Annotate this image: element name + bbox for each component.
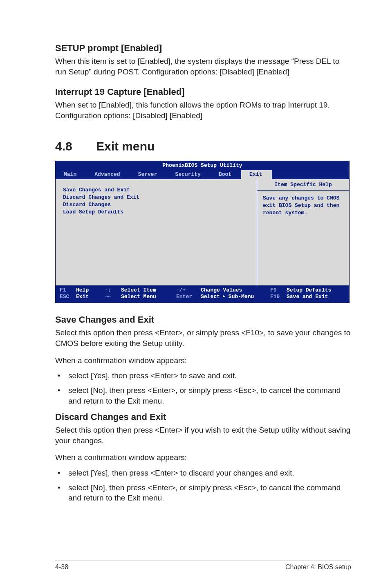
para: Select this option then press <Enter>, o… [55,328,351,348]
bios-menu-item: Discard Changes [63,201,249,209]
footer-rule [55,561,351,561]
heading-setup-prompt: SETUP prompt [Enabled] [55,43,351,54]
bios-key-label: Exit [76,294,105,301]
heading-discard-exit: Discard Changes and Exit [55,412,351,422]
bios-tabs: Main Advanced Server Security Boot Exit [56,170,349,179]
bios-tab: Main [56,170,86,179]
bios-key: F1 [60,287,76,294]
list-item: select [No], then press <Enter>, or simp… [55,385,351,406]
bios-key-label: Select Menu [121,294,176,301]
list-item: select [No], then press <Enter>, or simp… [55,483,351,503]
chapter-label: Chapter 4: BIOS setup [285,563,351,571]
bios-key: Enter [176,294,201,301]
bios-title: PhoenixBIOS Setup Utility [56,161,349,170]
bios-menu-list: Save Changes and Exit Discard Changes an… [56,179,257,285]
list-item: select [Yes], then press <Enter> to disc… [55,468,351,478]
heading-interrupt19: Interrupt 19 Capture [Enabled] [55,87,351,97]
bios-key: F10 [270,294,287,301]
bios-help-title: Item Specific Help [257,179,349,191]
bios-tab-active: Exit [241,170,272,179]
list-item: select [Yes], then press <Enter> to save… [55,370,351,381]
para: When a confirmation window appears: [55,355,351,366]
bios-key: F9 [270,287,287,294]
para-setup-prompt: When this item is set to [Enabled], the … [55,56,351,77]
bios-menu-item: Load Setup Defaults [63,209,249,216]
page-number: 4-38 [55,563,68,571]
bios-key-label: Save and Exit [287,294,328,301]
bios-tab: Boot [211,170,241,179]
bios-key-label: Select Item [121,287,176,294]
bios-tab: Advanced [86,170,130,179]
para-interrupt19: When set to [Enabled], this function all… [55,100,351,121]
bios-key: -/+ [176,287,201,294]
bios-help-body: Save any changes to CMOS exit BIOS Setup… [257,191,349,221]
bios-key: ↑↓ [105,287,121,294]
para: Select this option then press <Enter> if… [55,425,351,446]
bios-tab: Server [130,170,167,179]
bios-key: ESC [60,294,76,301]
bullet-list: select [Yes], then press <Enter> to disc… [55,468,351,503]
bios-key-label: Setup Defaults [287,287,331,294]
bullet-list: select [Yes], then press <Enter> to save… [55,370,351,406]
section-title: Exit menu [96,139,155,153]
section-heading: 4.8Exit menu [55,139,351,153]
bios-footer: F1 Help ↑↓ Select Item -/+ Change Values… [56,285,349,303]
page-footer: 4-38 Chapter 4: BIOS setup [0,561,390,571]
bios-key: →← [105,294,121,301]
para: When a confirmation window appears: [55,452,351,463]
bios-key-label: Help [76,287,105,294]
heading-save-exit: Save Changes and Exit [55,314,351,325]
bios-key-label: Change Values [201,287,270,294]
bios-tab: Security [167,170,210,179]
bios-key-label: Select ▶ Sub-Menu [201,294,270,301]
bios-screenshot: PhoenixBIOS Setup Utility Main Advanced … [55,161,350,303]
section-number: 4.8 [55,139,96,153]
bios-menu-item: Discard Changes and Exit [63,194,249,201]
bios-menu-item: Save Changes and Exit [63,186,249,194]
